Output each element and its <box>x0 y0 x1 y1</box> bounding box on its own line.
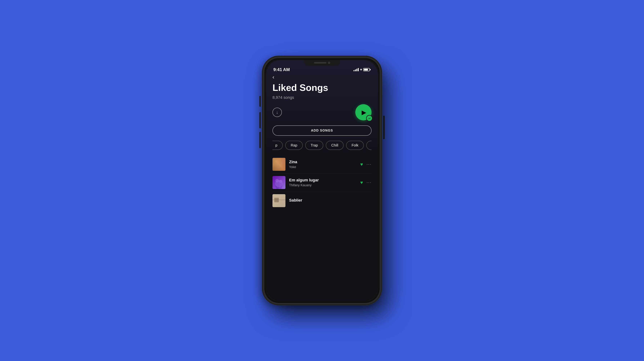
add-songs-button[interactable]: ADD SONGS <box>272 125 372 136</box>
volume-down-button <box>259 132 261 148</box>
status-time: 9:41 AM <box>274 67 290 72</box>
song-artist: Thifany Kauany <box>289 183 356 187</box>
more-options-button[interactable]: ··· <box>367 162 372 167</box>
play-icon: ▶ <box>362 109 366 116</box>
signal-icon <box>354 68 359 71</box>
table-row: Em algum lugar Thifany Kauany ♥ ··· <box>272 173 372 192</box>
download-icon: ↓ <box>276 110 278 115</box>
battery-icon <box>363 68 370 71</box>
table-row: Zina Yoke ♥ ··· <box>272 155 372 173</box>
mute-button <box>259 96 261 107</box>
song-list: Zina Yoke ♥ ··· <box>272 155 372 210</box>
main-content: ‹ Liked Songs 8,974 songs ↓ ▶ <box>266 74 378 210</box>
like-button[interactable]: ♥ <box>360 180 363 185</box>
song-thumbnail-em[interactable] <box>272 176 286 189</box>
genre-tag-rap[interactable]: Rap <box>285 141 303 150</box>
wifi-icon: ▾ <box>360 68 362 72</box>
power-button <box>383 116 385 139</box>
volume-up-button <box>259 112 261 128</box>
svg-rect-7 <box>274 198 279 202</box>
table-row: Sablier <box>272 192 372 210</box>
song-title: Em algum lugar <box>289 178 356 182</box>
song-title: Zina <box>289 160 356 164</box>
song-info-em: Em algum lugar Thifany Kauany <box>289 178 356 187</box>
front-camera <box>328 62 330 64</box>
page-title: Liked Songs <box>272 82 372 93</box>
svg-point-4 <box>279 180 282 183</box>
download-button[interactable]: ↓ <box>272 108 282 117</box>
genre-tag-trap[interactable]: Trap <box>305 141 323 150</box>
screen: 9:41 AM ▾ <box>266 60 378 301</box>
genre-tags-row: p Rap Trap Chill Folk Indie <box>272 141 372 150</box>
actions-row: ↓ ▶ ⇌ <box>272 104 372 120</box>
more-options-button[interactable]: ··· <box>367 180 372 185</box>
genre-tag-pop[interactable]: p <box>272 141 283 150</box>
phone-device: 9:41 AM ▾ <box>262 56 382 305</box>
genre-tag-folk[interactable]: Folk <box>346 141 364 150</box>
play-section: ▶ ⇌ <box>355 104 372 120</box>
phone-frame: 9:41 AM ▾ <box>262 56 382 305</box>
song-artist: Yoke <box>289 165 356 169</box>
shuffle-button[interactable]: ⇌ <box>366 115 372 121</box>
genre-tag-chill[interactable]: Chill <box>326 141 344 150</box>
speaker-grille <box>314 62 326 63</box>
song-count: 8,974 songs <box>272 95 372 100</box>
notch <box>304 60 340 66</box>
song-actions-zina: ♥ ··· <box>360 162 372 167</box>
song-actions-em: ♥ ··· <box>360 180 372 185</box>
shuffle-icon: ⇌ <box>368 117 370 120</box>
song-thumbnail-sablier[interactable] <box>272 194 286 207</box>
svg-rect-0 <box>272 176 286 189</box>
back-button[interactable]: ‹ <box>272 74 372 80</box>
status-icons: ▾ <box>354 68 370 72</box>
like-button[interactable]: ♥ <box>360 162 363 167</box>
song-thumbnail-zina[interactable] <box>272 158 286 171</box>
svg-point-2 <box>278 182 282 189</box>
song-info-zina: Zina Yoke <box>289 160 356 169</box>
song-title: Sablier <box>289 198 368 203</box>
song-info-sablier: Sablier <box>289 198 368 204</box>
genre-tag-indie[interactable]: Indie <box>366 141 372 150</box>
svg-point-3 <box>275 179 279 182</box>
